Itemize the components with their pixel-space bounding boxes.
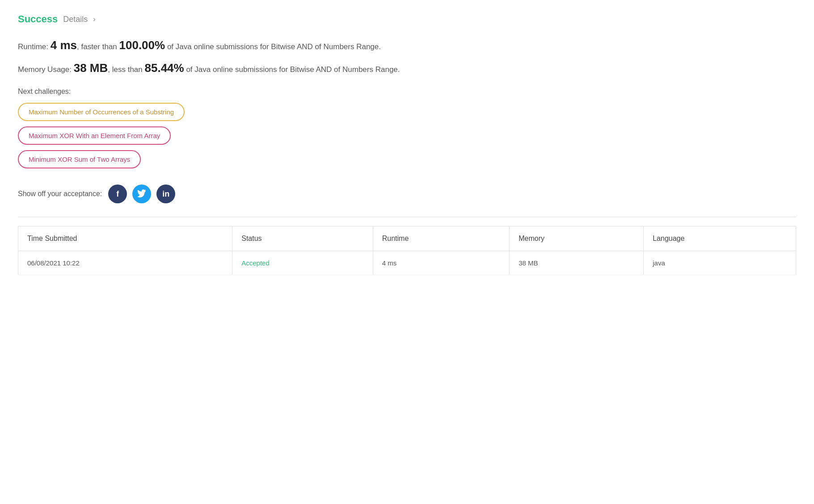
cell-time-submitted: 06/08/2021 10:22 xyxy=(18,251,232,275)
cell-status: Accepted xyxy=(232,251,373,275)
challenge-btn-1[interactable]: Maximum XOR With an Element From Array xyxy=(18,126,171,145)
challenge-btn-2[interactable]: Minimum XOR Sum of Two Arrays xyxy=(18,150,141,168)
details-link[interactable]: Details xyxy=(63,15,88,24)
runtime-value: 4 ms xyxy=(51,38,77,52)
cell-runtime: 4 ms xyxy=(373,251,509,275)
cell-memory: 38 MB xyxy=(510,251,644,275)
challenge-btn-0[interactable]: Maximum Number of Occurrences of a Subst… xyxy=(18,103,185,121)
success-label: Success xyxy=(18,13,58,25)
runtime-middle: , faster than xyxy=(77,42,119,51)
memory-percentage: 85.44% xyxy=(145,61,184,75)
col-header-status: Status xyxy=(232,227,373,251)
facebook-icon[interactable]: f xyxy=(108,185,127,203)
runtime-percentage: 100.00% xyxy=(119,38,165,52)
social-icons: f in xyxy=(108,185,175,203)
table-row: 06/08/2021 10:22 Accepted 4 ms 38 MB jav… xyxy=(18,251,796,275)
share-row: Show off your acceptance: f in xyxy=(18,185,796,203)
linkedin-icon[interactable]: in xyxy=(156,185,175,203)
runtime-section: Runtime: 4 ms, faster than 100.00% of Ja… xyxy=(18,38,796,52)
col-header-runtime: Runtime xyxy=(373,227,509,251)
memory-section: Memory Usage: 38 MB, less than 85.44% of… xyxy=(18,61,796,75)
memory-value: 38 MB xyxy=(74,61,108,75)
next-challenges-label: Next challenges: xyxy=(18,88,796,96)
col-header-time-submitted: Time Submitted xyxy=(18,227,232,251)
runtime-prefix: Runtime: xyxy=(18,42,51,51)
cell-language: java xyxy=(644,251,796,275)
table-header-row: Time Submitted Status Runtime Memory Lan… xyxy=(18,227,796,251)
share-label: Show off your acceptance: xyxy=(18,190,102,198)
chevron-icon: › xyxy=(93,15,95,23)
memory-middle: , less than xyxy=(108,65,144,74)
challenges-list: Maximum Number of Occurrences of a Subst… xyxy=(18,103,796,174)
memory-prefix: Memory Usage: xyxy=(18,65,74,74)
submissions-table: Time Submitted Status Runtime Memory Lan… xyxy=(18,226,796,275)
memory-suffix: of Java online submissions for Bitwise A… xyxy=(184,65,400,74)
runtime-suffix: of Java online submissions for Bitwise A… xyxy=(165,42,381,51)
twitter-icon[interactable] xyxy=(132,185,151,203)
header-row: Success Details › xyxy=(18,13,796,25)
col-header-language: Language xyxy=(644,227,796,251)
divider xyxy=(18,217,796,217)
col-header-memory: Memory xyxy=(510,227,644,251)
